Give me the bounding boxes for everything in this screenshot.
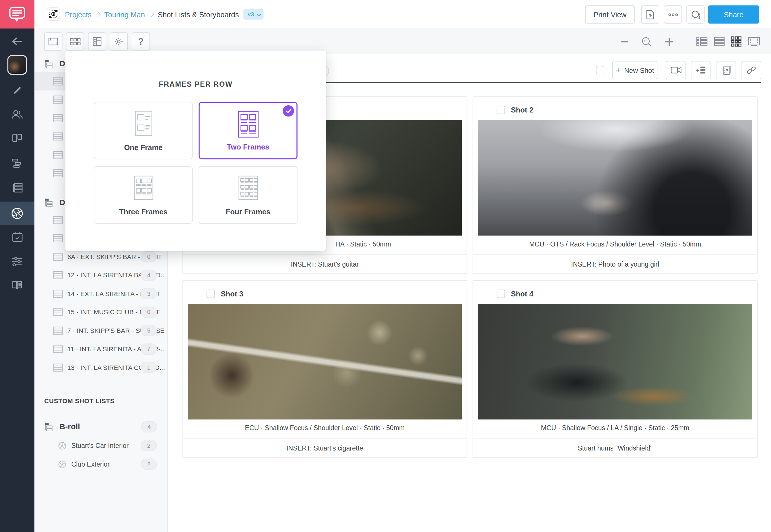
nav-breakdown-boards[interactable] (0, 133, 34, 144)
chevron-down-icon (257, 11, 261, 16)
grid-frames-icon (69, 38, 80, 45)
scene-table-icon (53, 77, 63, 85)
share-label: Share (724, 10, 743, 19)
card-divider (473, 438, 757, 439)
settings-button[interactable] (110, 32, 128, 51)
link-icon (746, 65, 756, 75)
shot-card-header: Shot 4 (497, 290, 533, 298)
shot-checkbox[interactable] (497, 290, 505, 298)
version-badge[interactable]: v3 (243, 9, 263, 20)
book-info-icon (11, 280, 23, 291)
storyboard-frame-image[interactable] (478, 304, 752, 420)
zoom-controls: 1:1 (621, 32, 674, 51)
custom-list-item[interactable]: Stuart's Car Interior 2 (34, 438, 167, 453)
scene-table-icon (53, 114, 63, 122)
shot-card-header: Shot 3 (207, 290, 243, 298)
page-title: Shot Lists & Storyboards (158, 10, 239, 18)
nav-calendar[interactable] (0, 232, 34, 242)
help-button[interactable]: ? (132, 32, 150, 51)
shot-count-badge: 0 (141, 251, 157, 262)
shot-card-3[interactable]: Shot 3 ECU · Shallow Focus / Shoulder Le… (182, 280, 467, 458)
add-to-list-button[interactable] (691, 61, 711, 79)
scene-row[interactable]: 13 · INT. LA SIRENITA CORRID...1 (34, 358, 167, 377)
print-view-label: Print View (593, 10, 626, 19)
nav-contacts[interactable] (0, 109, 34, 120)
storyboard-pages-button[interactable] (716, 61, 736, 79)
scene-table-icon (53, 234, 63, 242)
scene-row[interactable]: 12 · INT. LA SIRENITA BATHRO...4 (34, 266, 167, 284)
option-label: Two Frames (200, 143, 297, 151)
zoom-in-icon[interactable] (665, 37, 674, 46)
shot-count-badge: 4 (141, 421, 158, 432)
three-frames-layout-icon (94, 174, 192, 203)
frames-per-row-button[interactable] (66, 32, 84, 51)
option-one-frame[interactable]: One Frame (94, 102, 193, 159)
zoom-reset-icon[interactable]: 1:1 (641, 36, 652, 47)
shot-count-badge: 1 (141, 362, 157, 373)
scene-row[interactable]: 15 · INT. MUSIC CLUB - NIGHT0 (34, 303, 167, 321)
secondary-toolbar: ? 1:1 (34, 28, 771, 54)
rows-view-icon[interactable] (714, 37, 725, 46)
scene-row[interactable]: 11 · INT. LA SIRENITA - AFTER-...7 (34, 339, 167, 358)
project-avatar[interactable] (47, 7, 60, 21)
scene-table-icon (53, 345, 63, 353)
storyboard-cards-icon (722, 65, 731, 75)
nav-settings-sliders[interactable] (0, 256, 34, 267)
nav-shot-lists-storyboards[interactable] (0, 207, 34, 220)
camera-shot-specs-button[interactable] (666, 61, 686, 79)
print-view-button[interactable]: Print View (585, 5, 635, 24)
storyboard-frame-image[interactable] (478, 120, 752, 236)
more-options-button[interactable] (664, 5, 682, 24)
view-toggles (696, 32, 760, 51)
shot-checkbox[interactable] (207, 290, 215, 298)
grid-view-icon[interactable] (731, 36, 741, 47)
nav-shooting-schedule[interactable] (0, 158, 34, 169)
comments-button[interactable] (686, 5, 704, 24)
studiobinder-logo[interactable] (0, 0, 34, 28)
nav-call-sheets[interactable] (0, 182, 34, 193)
frames-per-row-panel: FRAMES PER ROW One Frame (65, 51, 326, 251)
film-reel-icon (58, 460, 66, 468)
layout-columns-button[interactable] (88, 32, 106, 51)
version-label: v3 (248, 11, 254, 18)
custom-list-item[interactable]: Club Exterior 2 (34, 457, 167, 471)
shot-checkbox[interactable] (497, 106, 505, 114)
zoom-ratio-label: 1:1 (644, 40, 648, 43)
shot-card-4[interactable]: Shot 4 MCU · Shallow Focus / LA / Single… (473, 280, 758, 458)
custom-shot-lists-header: CUSTOM SHOT LISTS (44, 397, 114, 405)
breadcrumb-projects[interactable]: Projects (65, 10, 92, 18)
broll-group-header[interactable]: B-roll 4 (34, 420, 168, 434)
card-divider (183, 438, 467, 439)
scene-table-icon (53, 95, 63, 104)
storyboard-frame-image[interactable] (188, 304, 462, 420)
nav-scriptwriting[interactable] (0, 85, 34, 96)
scene-row[interactable]: 7 · INT. SKIPP'S BAR - SUNRISE5 (34, 321, 167, 340)
option-four-frames[interactable]: Four Frames (199, 166, 297, 224)
frames-per-row-title: FRAMES PER ROW (65, 80, 326, 88)
list-detail-view-icon[interactable] (696, 37, 708, 46)
table-layout-icon (92, 37, 102, 46)
filmstrip-view-icon[interactable] (748, 37, 760, 46)
aspect-ratio-button[interactable] (44, 32, 62, 51)
project-thumbnail[interactable] (7, 55, 27, 75)
zoom-out-icon[interactable] (621, 40, 628, 42)
shot-card-2[interactable]: Shot 2 MCU · OTS / Rack Focus / Shoulder… (473, 96, 758, 274)
nav-reports-docs[interactable] (0, 280, 34, 291)
select-all-checkbox[interactable] (596, 66, 604, 74)
option-two-frames[interactable]: Two Frames (199, 102, 297, 159)
breadcrumb-project[interactable]: Touring Man (104, 10, 145, 18)
collapse-back-button[interactable] (0, 36, 34, 46)
option-label: Three Frames (94, 207, 192, 216)
option-three-frames[interactable]: Three Frames (94, 166, 193, 224)
shot-spec-caption: MCU · OTS / Rack Focus / Shoulder Level … (478, 237, 752, 252)
scene-row[interactable]: 14 · EXT. LA SIRENITA - NIGHT3 (34, 284, 167, 303)
broll-label: B-roll (59, 422, 80, 431)
scene-table-icon (53, 326, 63, 335)
scene-table-icon (53, 253, 63, 261)
export-button[interactable] (641, 5, 659, 24)
top-header-bar: Projects Touring Man Shot Lists & Storyb… (34, 0, 771, 29)
shot-count-badge: 2 (141, 459, 157, 470)
share-button[interactable]: Share (708, 5, 759, 24)
copy-link-button[interactable] (741, 61, 761, 79)
new-shot-button[interactable]: + New Shot (612, 61, 657, 79)
